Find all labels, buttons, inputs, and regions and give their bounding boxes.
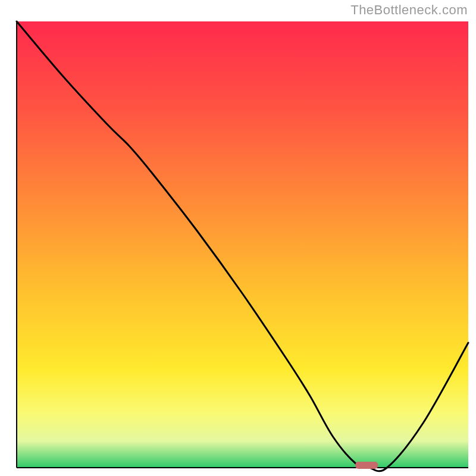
optimal-point-marker: [355, 462, 378, 469]
plot-background: [17, 21, 468, 468]
chart-svg: [0, 0, 476, 476]
bottleneck-chart: TheBottleneck.com: [0, 0, 476, 476]
watermark-text: TheBottleneck.com: [350, 2, 468, 18]
